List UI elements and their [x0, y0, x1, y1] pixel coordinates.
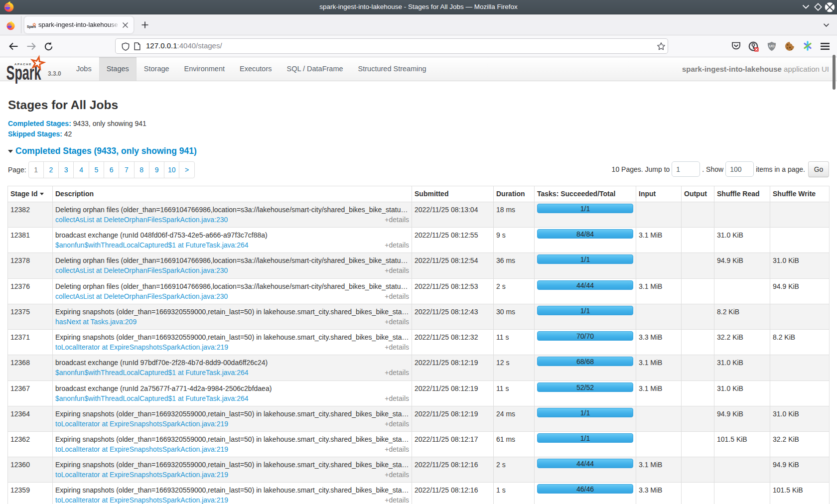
svg-text:UO: UO — [769, 44, 774, 48]
